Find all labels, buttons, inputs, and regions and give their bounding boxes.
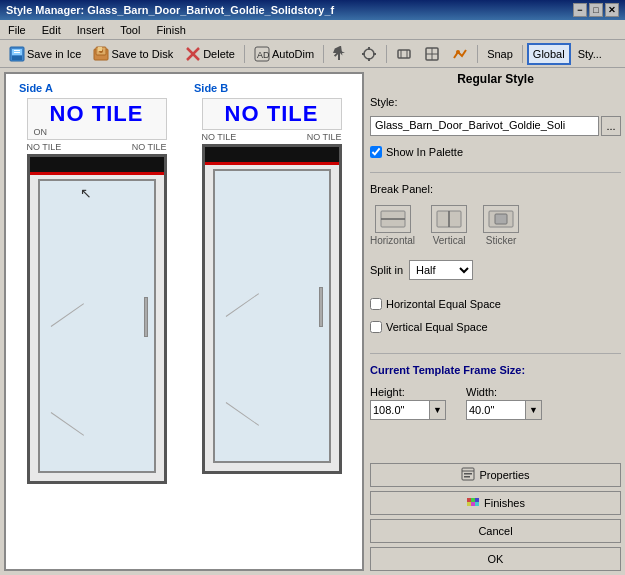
- close-button[interactable]: ✕: [605, 3, 619, 17]
- spacing-checkboxes: Horizontal Equal Space Vertical Equal Sp…: [370, 294, 621, 337]
- delete-label: Delete: [203, 48, 235, 60]
- arrow-tool-button[interactable]: [328, 43, 354, 65]
- show-in-palette-checkbox[interactable]: [370, 146, 382, 158]
- style-field-label: Style:: [370, 96, 621, 108]
- svg-rect-32: [495, 214, 507, 224]
- toolbar-separator-1: [244, 45, 245, 63]
- door-side-a: Side A NO TILE ON NO TILE NO TILE ↖: [19, 82, 174, 561]
- save-in-ice-button[interactable]: Save in Ice: [4, 43, 86, 65]
- finishes-button[interactable]: Finishes: [370, 491, 621, 515]
- style-button[interactable]: Sty...: [573, 43, 607, 65]
- break-horizontal-icon: [375, 205, 411, 233]
- tool5-button[interactable]: [447, 43, 473, 65]
- break-sticker-button[interactable]: Sticker: [483, 205, 519, 246]
- door-frame-b: [202, 144, 342, 474]
- horiz-equal-space-checkbox[interactable]: [370, 298, 382, 310]
- break-horizontal-button[interactable]: Horizontal: [370, 205, 415, 246]
- frame-size-label: Current Template Frame Size:: [370, 364, 621, 376]
- toolbar-separator-4: [477, 45, 478, 63]
- tool4-icon: [424, 46, 440, 62]
- delete-icon: [185, 46, 201, 62]
- tool4-button[interactable]: [419, 43, 445, 65]
- door-preview-panel: Side A NO TILE ON NO TILE NO TILE ↖: [4, 72, 364, 571]
- height-input[interactable]: [370, 400, 430, 420]
- vert-equal-space-checkbox[interactable]: [370, 321, 382, 333]
- main-content: Side A NO TILE ON NO TILE NO TILE ↖: [0, 68, 625, 575]
- width-dropdown-button[interactable]: ▼: [526, 400, 542, 420]
- save-disk-icon: [93, 46, 109, 62]
- svg-rect-36: [464, 476, 470, 478]
- svg-rect-4: [14, 52, 20, 53]
- global-button[interactable]: Global: [527, 43, 571, 65]
- tool3-icon: [396, 46, 412, 62]
- menu-finish[interactable]: Finish: [152, 23, 189, 37]
- side-a-no-tile-big: NO TILE: [30, 101, 164, 127]
- break-sticker-label: Sticker: [486, 235, 517, 246]
- door-frame-a: ↖: [27, 154, 167, 484]
- toolbar: Save in Ice Save to Disk Delete: [0, 40, 625, 68]
- save-in-ice-label: Save in Ice: [27, 48, 81, 60]
- menu-file[interactable]: File: [4, 23, 30, 37]
- height-group: Height: ▼: [370, 386, 446, 420]
- tool3-button[interactable]: [391, 43, 417, 65]
- pan-icon: [361, 46, 377, 62]
- snap-button[interactable]: Snap: [482, 43, 518, 65]
- menu-insert[interactable]: Insert: [73, 23, 109, 37]
- side-b-no-tile-sides: NO TILE NO TILE: [202, 132, 342, 142]
- panel-title: Regular Style: [370, 72, 621, 90]
- side-a-no-tile-sides: NO TILE NO TILE: [27, 142, 167, 152]
- minimize-button[interactable]: −: [573, 3, 587, 17]
- side-a-on-label: ON: [34, 127, 48, 137]
- menu-edit[interactable]: Edit: [38, 23, 65, 37]
- break-horizontal-label: Horizontal: [370, 235, 415, 246]
- ok-button[interactable]: OK: [370, 547, 621, 571]
- divider-1: [370, 172, 621, 173]
- cancel-button[interactable]: Cancel: [370, 519, 621, 543]
- autodim-button[interactable]: AD AutoDim: [249, 43, 319, 65]
- width-input[interactable]: [466, 400, 526, 420]
- door-handle-a: [144, 297, 148, 337]
- split-select[interactable]: Half Third Quarter: [409, 260, 473, 280]
- height-input-row: ▼: [370, 400, 446, 420]
- save-to-disk-button[interactable]: Save to Disk: [88, 43, 178, 65]
- door-diag2-b: [226, 402, 259, 426]
- svg-rect-38: [471, 498, 475, 502]
- door-top-bar-b: [205, 147, 339, 165]
- height-dropdown-button[interactable]: ▼: [430, 400, 446, 420]
- autodim-label: AutoDim: [272, 48, 314, 60]
- delete-button[interactable]: Delete: [180, 43, 240, 65]
- pan-button[interactable]: [356, 43, 382, 65]
- door-diag2-a: [51, 412, 84, 436]
- toolbar-separator-3: [386, 45, 387, 63]
- autodim-icon: AD: [254, 46, 270, 62]
- style-browse-button[interactable]: ...: [601, 116, 621, 136]
- action-buttons: Properties Finishes Cancel: [370, 463, 621, 571]
- style-label: Sty...: [578, 48, 602, 60]
- break-sticker-icon: [483, 205, 519, 233]
- toolbar-separator-2: [323, 45, 324, 63]
- properties-label: Properties: [479, 469, 529, 481]
- svg-rect-39: [475, 498, 479, 502]
- split-label: Split in: [370, 264, 403, 276]
- break-panel-label: Break Panel:: [370, 183, 621, 195]
- cursor-a: ↖: [80, 185, 92, 201]
- side-b-no-tile-left: NO TILE: [202, 132, 237, 142]
- save-ice-icon: [9, 46, 25, 62]
- break-vertical-button[interactable]: Vertical: [431, 205, 467, 246]
- door-diag1-a: [51, 303, 84, 327]
- divider-2: [370, 353, 621, 354]
- maximize-button[interactable]: □: [589, 3, 603, 17]
- cancel-label: Cancel: [478, 525, 512, 537]
- break-icons-row: Horizontal Vertical: [370, 205, 621, 246]
- side-a-label: Side A: [19, 82, 53, 94]
- side-a-no-tile-left: NO TILE: [27, 142, 62, 152]
- menu-tool[interactable]: Tool: [116, 23, 144, 37]
- horiz-equal-space-label: Horizontal Equal Space: [386, 298, 501, 310]
- width-input-row: ▼: [466, 400, 542, 420]
- properties-button[interactable]: Properties: [370, 463, 621, 487]
- title-bar-controls: − □ ✕: [573, 3, 619, 17]
- svg-point-15: [364, 49, 374, 59]
- break-vertical-label: Vertical: [433, 235, 466, 246]
- width-group: Width: ▼: [466, 386, 542, 420]
- frame-dims: Height: ▼ Width: ▼: [370, 386, 621, 420]
